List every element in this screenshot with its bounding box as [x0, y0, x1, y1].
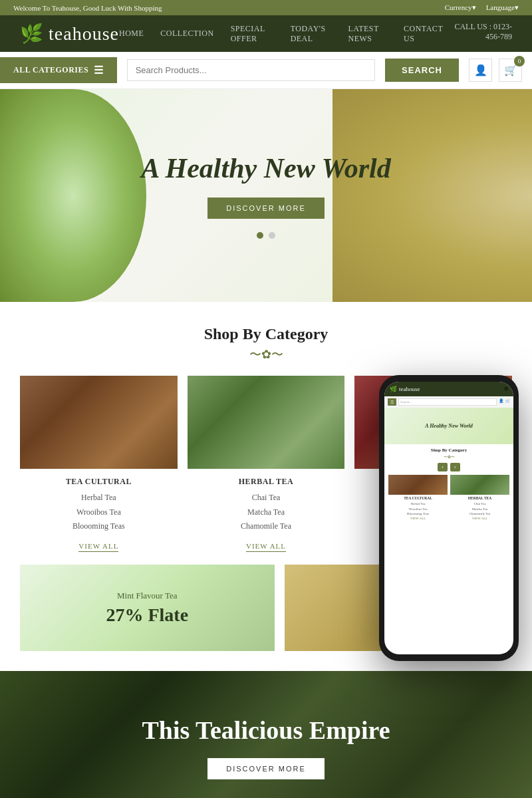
hero-bg-left — [0, 89, 146, 302]
category-items-herbal-tea: Chai Tea Matcha Tea Chamomile Tea — [188, 491, 345, 534]
herbal-tea-item-2[interactable]: Matcha Tea — [188, 505, 345, 520]
cart-badge: 0 — [514, 56, 525, 66]
hero-content: A Healthy New World DISCOVER MORE — [141, 152, 390, 239]
language-selector[interactable]: Language▾ — [486, 3, 519, 12]
leaf-icon: 🌿 — [20, 23, 43, 45]
dot-1[interactable] — [257, 232, 263, 239]
mobile-divider: 〜✿〜 — [388, 454, 509, 460]
tea-cultural-item-1[interactable]: Herbal Tea — [20, 491, 178, 505]
mobile-mockup: 🌿 teahouse ☰ ☰ Search... 👤 🛒 A Healthy N… — [379, 375, 519, 661]
nav-latest-news[interactable]: LATEST NEWS — [348, 24, 387, 44]
mobile-cat-herbal-tea: HERBAL TEA Chai Tea Matcha Tea Chamomile… — [450, 475, 509, 520]
promo-label: Mint Flavour Tea — [106, 590, 188, 600]
all-categories-label: ALL CATEGORIES — [13, 65, 88, 75]
mobile-prev-btn[interactable]: ‹ — [438, 463, 448, 471]
tealicious-section: This Tealicious Empire DISCOVER MORE — [0, 671, 532, 798]
nav-todays-deal[interactable]: TODAY'S DEAL — [291, 24, 332, 44]
promo-text: Mint Flavour Tea 27% Flate — [106, 590, 188, 625]
top-bar: Welcome To Teahouse, Good Luck With Shop… — [0, 0, 532, 15]
mobile-hero: A Healthy New World — [384, 408, 513, 444]
category-label-tea-cultural: TEA CULTURAL — [20, 469, 178, 491]
mobile-shop-section: Shop By Category 〜✿〜 ‹ › TEA CULTURAL He… — [384, 444, 513, 523]
search-button[interactable]: SEARCH — [385, 59, 459, 82]
currency-selector[interactable]: Currency▾ — [445, 3, 476, 12]
mobile-cat-label-1: TEA CULTURAL — [388, 495, 448, 501]
nav-contact-us[interactable]: CONTACT US — [404, 24, 443, 44]
mobile-screen: 🌿 teahouse ☰ ☰ Search... 👤 🛒 A Healthy N… — [384, 382, 513, 654]
main-content: A Healthy New World DISCOVER MORE Shop B… — [0, 89, 532, 798]
view-all-link[interactable]: VIEW ALL — [78, 542, 118, 552]
hero-cta-button[interactable]: DISCOVER MORE — [207, 198, 325, 219]
search-input-wrap — [117, 59, 385, 81]
mobile-hero-text: A Healthy New World — [425, 423, 473, 429]
nav-special-offer[interactable]: SPECIAL OFFER — [231, 24, 274, 44]
all-categories-button[interactable]: ALL CATEGORIES ☰ — [0, 57, 117, 83]
welcome-text: Welcome To Teahouse, Good Luck With Shop… — [13, 4, 162, 12]
site-header: 🌿 teahouse HOME COLLECTION SPECIAL OFFER… — [0, 15, 532, 52]
herbal-tea-image — [188, 376, 345, 469]
phone-label: CALL US : 0123-456-789 — [443, 22, 512, 42]
mobile-view-all-1[interactable]: VIEW ALL — [388, 517, 448, 520]
mobile-cats-row: TEA CULTURAL Herbal Tea Wrooibos Tea Blo… — [388, 475, 509, 520]
header-contact: CALL US : 0123-456-789 — [443, 22, 512, 45]
mobile-cat-img-brown — [388, 475, 448, 495]
promo-card-mint[interactable]: Mint Flavour Tea 27% Flate — [20, 565, 275, 651]
category-card-herbal-tea: HERBAL TEA Chai Tea Matcha Tea Chamomile… — [188, 376, 345, 551]
category-label-herbal-tea: HERBAL TEA — [188, 469, 345, 491]
mobile-view-all-2[interactable]: VIEW ALL — [450, 517, 509, 520]
tealicious-title: This Tealicious Empire — [142, 716, 390, 745]
mobile-icons: ☰ — [504, 386, 508, 392]
search-input[interactable] — [127, 59, 375, 81]
header-icons: 👤 🛒 0 — [459, 59, 532, 82]
section-divider: 〜✿〜 — [20, 346, 512, 362]
mobile-logo: 🌿 teahouse — [390, 386, 420, 392]
mobile-cat-items-2: Chai Tea Matcha Tea Chamomile Tea — [450, 501, 509, 517]
herbal-tea-item-3[interactable]: Chamomile Tea — [188, 519, 345, 534]
user-icon[interactable]: 👤 — [469, 59, 492, 82]
mobile-header: 🌿 teahouse ☰ — [384, 382, 513, 396]
hamburger-icon: ☰ — [94, 64, 104, 76]
mobile-cat-items-1: Herbal Tea Wrooibos Tea Bloooming Teas — [388, 501, 448, 517]
logo[interactable]: 🌿 teahouse — [20, 23, 119, 45]
mobile-leaf-icon: 🌿 — [390, 386, 397, 392]
mobile-hamburger-icon: ☰ — [504, 386, 508, 392]
mobile-cat-tea-cultural: TEA CULTURAL Herbal Tea Wrooibos Tea Blo… — [388, 475, 448, 520]
tea-cultural-item-2[interactable]: Wrooibos Tea — [20, 505, 178, 520]
mobile-nav-buttons: ‹ › — [388, 463, 509, 471]
hero-banner: A Healthy New World DISCOVER MORE — [0, 89, 532, 302]
main-nav: HOME COLLECTION SPECIAL OFFER TODAY'S DE… — [119, 24, 443, 44]
nav-home[interactable]: HOME — [119, 29, 144, 39]
view-all-tea-cultural[interactable]: VIEW ALL — [20, 539, 178, 551]
mobile-cat-img-green — [450, 475, 509, 495]
promo-discount: 27% Flate — [106, 604, 188, 625]
mobile-logo-text: teahouse — [399, 386, 420, 392]
section-title: Shop By Category — [20, 302, 512, 346]
nav-collection[interactable]: COLLECTION — [160, 29, 213, 39]
mobile-next-btn[interactable]: › — [450, 463, 460, 471]
tealicious-cta-button[interactable]: DISCOVER MORE — [207, 758, 325, 779]
view-all-herbal-tea[interactable]: VIEW ALL — [188, 539, 345, 551]
hero-dots — [141, 232, 390, 239]
tea-cultural-image — [20, 376, 178, 469]
tea-cultural-item-3[interactable]: Bloooming Teas — [20, 519, 178, 534]
hero-title: A Healthy New World — [141, 152, 390, 184]
dot-2[interactable] — [269, 232, 275, 239]
category-card-tea-cultural: TEA CULTURAL Herbal Tea Wrooibos Tea Blo… — [20, 376, 178, 551]
category-items-tea-cultural: Herbal Tea Wrooibos Tea Bloooming Teas — [20, 491, 178, 534]
view-all-link[interactable]: VIEW ALL — [246, 542, 286, 552]
mobile-section-title: Shop By Category — [388, 448, 509, 453]
herbal-tea-item-1[interactable]: Chai Tea — [188, 491, 345, 505]
logo-text: teahouse — [49, 23, 119, 45]
cart-icon[interactable]: 🛒 0 — [499, 59, 522, 82]
mobile-cat-label-2: HERBAL TEA — [450, 495, 509, 501]
search-bar: ALL CATEGORIES ☰ SEARCH 👤 🛒 0 — [0, 52, 532, 89]
